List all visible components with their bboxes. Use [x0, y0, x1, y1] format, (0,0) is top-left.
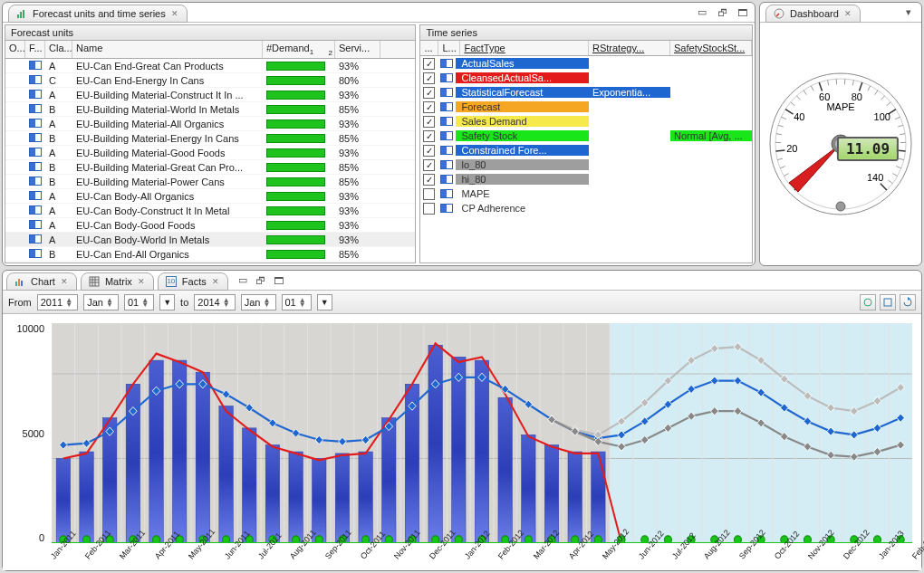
checkbox[interactable]: ✓	[423, 58, 435, 70]
time-series-row[interactable]: ✓ Constrained Fore...	[420, 143, 752, 158]
checkbox[interactable]: ✓	[423, 116, 435, 128]
close-icon[interactable]: ✕	[844, 9, 852, 17]
facts-icon: 10	[166, 276, 177, 287]
forecast-unit-icon	[29, 249, 42, 258]
tab-matrix[interactable]: Matrix ✕	[81, 272, 154, 291]
forecast-unit-icon	[29, 104, 42, 113]
table-row[interactable]: B EU-Building Material-Power Cans 85%	[5, 175, 415, 189]
time-series-row[interactable]: ✓ lo_80	[420, 158, 752, 172]
time-series-row[interactable]: ✓ CleansedActualSa...	[420, 71, 752, 85]
minimize-icon[interactable]: ▭	[236, 273, 250, 288]
minimize-icon[interactable]: ▭	[695, 5, 709, 20]
time-series-row[interactable]: ✓ StatisticalForecast Exponentia...	[420, 85, 752, 100]
table-row[interactable]: C EU-Can End-Energy In Cans 80%	[5, 73, 415, 88]
forecast-unit-icon	[29, 148, 42, 157]
menu-icon[interactable]: ▾	[901, 5, 916, 20]
demand-bar	[266, 76, 325, 85]
table-row[interactable]: B EU-Building Material-Energy In Cans 85…	[5, 131, 415, 146]
time-series-row[interactable]: CP Adherence	[420, 201, 752, 215]
table-row[interactable]: A EU-Can Body-World In Metals 93%	[5, 233, 415, 247]
month-to-spinner[interactable]: Jan▲▼	[241, 294, 276, 310]
checkbox[interactable]	[423, 188, 435, 200]
close-icon[interactable]: ✕	[61, 277, 69, 285]
day-from-spinner[interactable]: 01▲▼	[124, 294, 154, 310]
tool-button-1[interactable]	[860, 294, 876, 310]
series-icon	[438, 146, 456, 155]
chart-plot-area[interactable]: 1000050000 Jan-2011Feb-2011Mar-2011Apr-2…	[3, 314, 921, 570]
svg-rect-120	[289, 452, 303, 543]
time-series-row[interactable]: ✓ Safety Stock Normal [Avg, ...	[420, 129, 752, 143]
svg-rect-131	[544, 445, 558, 543]
tab-forecast-units-ts[interactable]: Forecast units and time series ✕	[8, 5, 188, 23]
table-row[interactable]: B EU-Building Material-Great Can Pro... …	[5, 160, 415, 175]
time-series-rows[interactable]: ✓ ActualSales ✓ CleansedActualSa... ✓ St…	[420, 56, 752, 263]
table-row[interactable]: A EU-Building Material-Construct It In .…	[5, 88, 415, 102]
checkbox[interactable]: ✓	[423, 72, 435, 84]
checkbox[interactable]: ✓	[423, 159, 435, 171]
table-row[interactable]: A EU-Can Body-Good Foods 93%	[5, 218, 415, 233]
year-from-spinner[interactable]: 2011▲▼	[37, 294, 78, 310]
table-row[interactable]: A EU-Can Body-Construct It In Metal 93%	[5, 204, 415, 218]
forecast-unit-icon	[29, 162, 42, 171]
month-from-spinner[interactable]: Jan▲▼	[83, 294, 119, 310]
series-icon	[438, 73, 456, 82]
close-icon[interactable]: ✕	[138, 277, 146, 285]
time-series-row[interactable]: ✓ ActualSales	[420, 56, 752, 71]
table-row[interactable]: A EU-Building Material-Good Foods 93%	[5, 146, 415, 160]
restore-icon[interactable]: 🗖	[735, 5, 749, 20]
mape-gauge: 0 20 40 60 80 100 120 140 MAPE 11.09	[760, 23, 921, 265]
checkbox[interactable]	[423, 203, 435, 215]
forecast-unit-icon	[29, 90, 42, 99]
forecast-units-rows[interactable]: A EU-Can End-Great Can Products 93% C EU…	[5, 59, 415, 263]
checkbox[interactable]: ✓	[423, 101, 435, 113]
checkbox[interactable]: ✓	[423, 130, 435, 142]
svg-rect-59	[90, 277, 99, 286]
time-series-row[interactable]: ✓ Sales Demand	[420, 114, 752, 129]
year-to-spinner[interactable]: 2014▲▼	[194, 294, 235, 310]
svg-rect-112	[102, 418, 116, 543]
table-row[interactable]: B EU-Can End-All Organics 85%	[5, 247, 415, 262]
table-row[interactable]: A EU-Can End-Great Can Products 93%	[5, 59, 415, 73]
series-icon	[438, 160, 456, 169]
demand-bar	[266, 134, 325, 143]
close-icon[interactable]: ✕	[212, 277, 220, 285]
maximize-icon[interactable]: 🗗	[254, 273, 268, 288]
time-series-row[interactable]: MAPE	[420, 186, 752, 201]
pane-title: Forecast units	[5, 25, 415, 41]
demand-bar	[266, 91, 325, 100]
refresh-button[interactable]	[900, 294, 916, 310]
maximize-icon[interactable]: 🗗	[715, 5, 729, 20]
demand-bar	[266, 163, 325, 172]
chart-icon	[14, 276, 25, 287]
table-row[interactable]: B EU-Building Material-World In Metals 8…	[5, 102, 415, 117]
forecast-unit-icon	[29, 133, 42, 142]
svg-rect-1	[20, 12, 22, 18]
tab-chart[interactable]: Chart ✕	[6, 272, 77, 291]
svg-rect-116	[196, 372, 209, 543]
close-icon[interactable]: ✕	[171, 9, 179, 17]
svg-rect-126	[428, 345, 442, 543]
tool-button-2[interactable]	[880, 294, 896, 310]
checkbox[interactable]: ✓	[423, 145, 435, 157]
table-row[interactable]: A EU-Building Material-All Organics 93%	[5, 117, 415, 131]
forecast-time-series-panel: Forecast units and time series ✕ ▭ 🗗 🗖 F…	[2, 2, 756, 266]
svg-point-55	[836, 202, 845, 211]
pane-title: Time series	[420, 25, 752, 41]
svg-rect-123	[359, 452, 372, 543]
time-series-row[interactable]: ✓ Forecast	[420, 100, 752, 114]
svg-rect-119	[265, 445, 279, 543]
svg-rect-128	[475, 360, 488, 543]
from-dropdown[interactable]: ▼	[159, 294, 175, 310]
time-series-row[interactable]: ✓ hi_80	[420, 172, 752, 186]
tab-dashboard[interactable]: Dashboard ✕	[765, 5, 861, 23]
forecast-units-header: O... F... Cla... Name #Demand12 Servi...	[5, 41, 415, 59]
checkbox[interactable]: ✓	[423, 174, 435, 186]
tab-facts[interactable]: 10 Facts ✕	[158, 272, 228, 291]
to-dropdown[interactable]: ▼	[317, 294, 332, 310]
restore-icon[interactable]: 🗖	[272, 273, 286, 288]
checkbox[interactable]: ✓	[423, 87, 435, 99]
day-to-spinner[interactable]: 01▲▼	[282, 294, 312, 310]
table-row[interactable]: A EU-Can Body-All Organics 93%	[5, 189, 415, 204]
mape-value: 11.09	[837, 137, 899, 161]
series-icon	[438, 117, 456, 126]
